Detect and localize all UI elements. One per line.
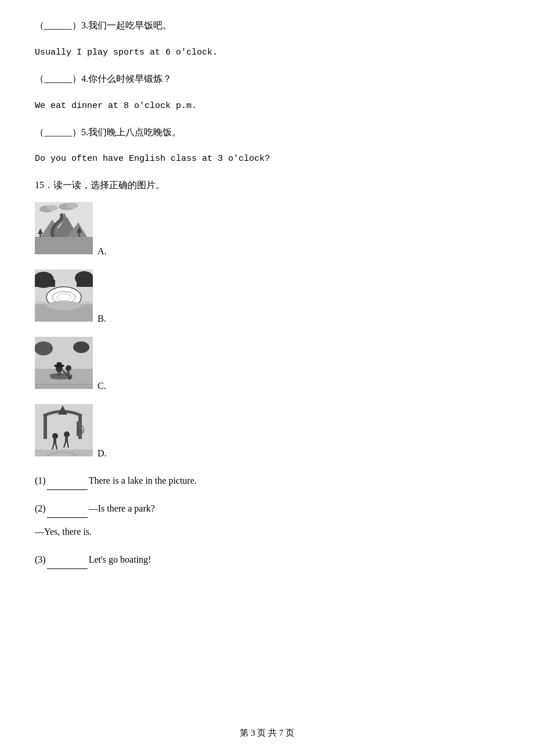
- item-3-label: （______）3.: [35, 20, 88, 30]
- option-e-text: Do you often have English class at 3 o'c…: [35, 154, 270, 164]
- svg-point-25: [35, 341, 53, 355]
- q1-text: There is a lake in the picture.: [89, 476, 197, 485]
- image-a-label: A.: [98, 246, 107, 257]
- q2-prefix: (2): [35, 503, 46, 513]
- section-instruction: 读一读，选择正确的图片。: [53, 180, 165, 190]
- svg-point-46: [64, 431, 70, 437]
- question-1: (1)There is a lake in the picture.: [35, 471, 499, 490]
- q1-blank: [47, 489, 88, 490]
- image-c-svg: [35, 337, 93, 389]
- option-c: Usually I play sports at 6 o'clock.: [35, 45, 499, 60]
- svg-rect-8: [35, 237, 93, 254]
- svg-rect-43: [53, 438, 56, 444]
- svg-rect-39: [44, 416, 47, 439]
- item-5-text: 我们晚上八点吃晚饭。: [88, 127, 181, 137]
- image-d-svg: [35, 404, 93, 456]
- svg-point-26: [73, 341, 89, 353]
- item-3-text: 我们一起吃早饭吧。: [88, 20, 172, 30]
- item-5-label: （______）5.: [35, 127, 88, 137]
- page-footer: 第 3 页 共 7 页: [0, 728, 534, 739]
- page-number: 第 3 页 共 7 页: [240, 728, 294, 737]
- svg-rect-18: [77, 278, 93, 287]
- svg-rect-51: [77, 422, 78, 436]
- svg-point-2: [46, 205, 58, 211]
- svg-rect-31: [57, 372, 61, 376]
- image-a-svg: [35, 202, 93, 254]
- item-5: （______）5.我们晚上八点吃晚饭。: [35, 124, 499, 141]
- section-dot: ．: [44, 180, 53, 190]
- svg-point-42: [52, 433, 58, 439]
- section-15-title: 15．读一读，选择正确的图片。: [35, 177, 499, 194]
- image-c-label: C.: [98, 381, 106, 391]
- q3-text: Let's go boating!: [89, 555, 151, 564]
- q3-prefix: (3): [35, 555, 46, 564]
- image-item-b: B.: [35, 269, 499, 324]
- question-2-answer: —Yes, there is.: [35, 523, 499, 541]
- svg-rect-35: [67, 370, 70, 375]
- svg-rect-30: [57, 362, 62, 366]
- image-b-label: B.: [98, 314, 106, 324]
- item-4-label: （______）4.: [35, 74, 88, 84]
- section-number: 15: [35, 180, 44, 190]
- svg-point-34: [66, 365, 71, 371]
- svg-rect-17: [35, 280, 55, 287]
- q3-blank: [47, 568, 88, 569]
- option-d: We eat dinner at 8 o'clock p.m.: [35, 98, 499, 114]
- image-d-label: D.: [98, 448, 107, 459]
- image-b-svg: [35, 269, 93, 322]
- image-item-c: C.: [35, 337, 499, 391]
- q2-answer-text: —Yes, there is.: [35, 527, 92, 537]
- image-item-d: D.: [35, 404, 499, 459]
- svg-rect-47: [65, 437, 68, 442]
- q2-text: —Is there a park?: [89, 503, 155, 513]
- q1-prefix: (1): [35, 476, 46, 485]
- item-4-text: 你什么时候早锻炼？: [88, 74, 172, 84]
- svg-point-23: [46, 301, 81, 310]
- q2-blank: [47, 517, 88, 518]
- option-d-text: We eat dinner at 8 o'clock p.m.: [35, 101, 197, 111]
- item-3: （______）3.我们一起吃早饭吧。: [35, 17, 499, 34]
- option-c-text: Usually I play sports at 6 o'clock.: [35, 48, 218, 57]
- svg-point-4: [67, 203, 78, 208]
- question-2: (2)—Is there a park?: [35, 499, 499, 518]
- question-3: (3)Let's go boating!: [35, 550, 499, 569]
- item-4: （______）4.你什么时候早锻炼？: [35, 71, 499, 88]
- option-e: Do you often have English class at 3 o'c…: [35, 151, 499, 167]
- image-item-a: A.: [35, 202, 499, 257]
